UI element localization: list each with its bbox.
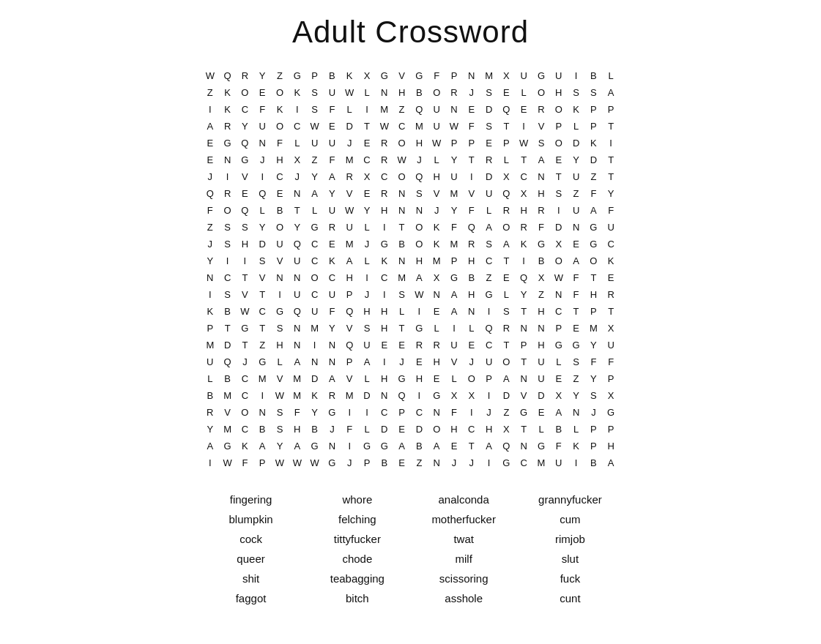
word-item: asshole [415,591,513,606]
grid-cell: O [497,353,515,370]
word-item: twat [415,531,513,547]
grid-cell: U [201,353,219,370]
word-item: chode [308,551,406,566]
grid-cell: E [550,151,568,168]
grid-cell: T [237,337,254,353]
grid-cell: L [428,151,445,168]
grid-cell: M [253,370,271,387]
grid-cell: U [289,286,306,303]
grid-cell: G [428,387,445,404]
grid-cell: U [341,219,358,236]
grid-cell: Y [324,320,341,337]
grid-cell: E [393,454,411,471]
grid-cell: I [253,168,271,185]
word-item: whore [308,492,406,507]
grid-cell: Z [201,84,219,101]
grid-cell: I [219,168,237,185]
grid-cell: A [306,185,324,202]
grid-cell: Q [463,219,480,236]
grid-cell: F [341,421,358,438]
grid-cell: N [463,303,480,320]
grid-cell: Q [253,185,271,202]
grid-cell: I [201,286,219,303]
grid-cell: T [253,320,271,337]
grid-cell: P [584,438,602,454]
grid-cell: H [428,353,445,370]
grid-cell: P [584,421,602,438]
grid-cell: C [376,168,393,185]
grid-cell: O [271,84,289,101]
grid-cell: Q [219,353,237,370]
grid-cell: O [393,135,411,151]
grid-cell: P [480,370,498,387]
grid-cell: C [324,269,341,286]
grid-cell: Z [393,101,411,118]
grid-cell: N [532,320,550,337]
grid-cell: A [201,118,219,135]
grid-cell: U [271,236,289,252]
grid-cell: G [584,236,602,252]
grid-cell: J [428,202,445,219]
grid-cell: Z [410,454,428,471]
grid-cell: U [253,118,271,135]
grid-cell: I [480,387,498,404]
grid-cell: P [358,454,376,471]
grid-cell: X [358,67,376,84]
grid-cell: E [568,236,585,252]
grid-cell: L [602,67,620,84]
grid-cell: Q [341,303,358,320]
grid-cell: I [463,168,480,185]
grid-cell: M [584,320,602,337]
grid-cell: V [271,252,289,269]
grid-cell: K [584,135,602,151]
grid-cell: U [602,337,620,353]
grid-cell: B [584,454,602,471]
grid-cell: M [428,252,445,269]
grid-cell: N [410,202,428,219]
grid-cell: S [358,320,376,337]
grid-cell: Y [324,185,341,202]
grid-cell: K [201,303,219,320]
grid-cell: N [289,269,306,286]
word-item: fuck [521,571,620,586]
grid-cell: O [463,370,480,387]
grid-cell: G [480,286,498,303]
grid-cell: Y [253,219,271,236]
grid-cell: N [568,404,585,421]
grid-cell: J [289,168,306,185]
grid-cell: J [201,168,219,185]
grid-cell: S [271,320,289,337]
grid-cell: A [602,454,620,471]
grid-cell: G [237,151,254,168]
word-item: analconda [415,492,513,507]
grid-cell: M [480,67,498,84]
grid-cell: O [219,202,237,219]
grid-cell: G [410,67,428,84]
grid-cell: R [515,219,532,236]
grid-cell: A [410,269,428,286]
grid-cell: E [358,185,376,202]
grid-cell: G [376,438,393,454]
grid-cell: A [602,84,620,101]
grid-cell: W [271,454,289,471]
grid-cell: E [201,135,219,151]
grid-cell: N [428,286,445,303]
grid-cell: K [428,219,445,236]
grid-cell: N [428,454,445,471]
grid-cell: Y [289,219,306,236]
grid-cell: S [480,84,498,101]
grid-cell: I [376,286,393,303]
grid-cell: I [410,303,428,320]
grid-cell: T [602,151,620,168]
grid-cell: N [550,286,568,303]
grid-cell: W [393,151,411,168]
grid-cell: U [550,67,568,84]
grid-cell: L [497,151,515,168]
grid-cell: W [376,118,393,135]
grid-cell: A [358,353,376,370]
grid-cell: D [341,118,358,135]
grid-cell: E [237,185,254,202]
grid-cell: M [219,387,237,404]
grid-cell: O [237,84,254,101]
grid-cell: H [515,202,532,219]
